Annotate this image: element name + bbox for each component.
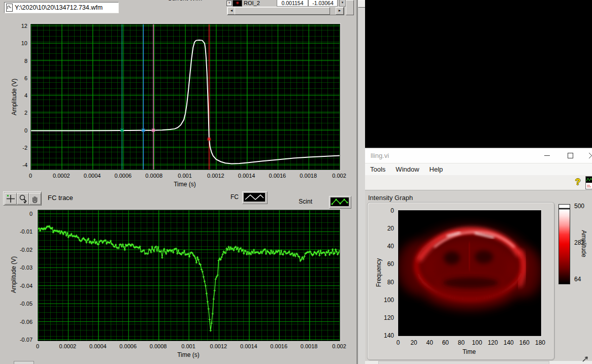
colorbar[interactable] [558, 204, 570, 284]
x-tick-label: 0.0002 [52, 343, 83, 349]
x-tick-label: 0.0002 [46, 173, 77, 179]
x-tick-label: 0.0012 [203, 343, 234, 349]
path-type-icon[interactable] [6, 4, 13, 12]
fc-legend-swatch[interactable] [242, 191, 268, 204]
y-tick-label: -0.05 [9, 301, 32, 307]
x-tick-label: 0 [15, 173, 46, 179]
x-tick-label: 0.0012 [201, 173, 231, 179]
close-button[interactable] [584, 148, 592, 163]
cursor-tool-button[interactable] [5, 193, 17, 205]
scint-legend-swatch[interactable] [329, 196, 351, 209]
y-tick-label: -0.01 [9, 228, 32, 235]
file-path-value[interactable]: Y:\2020\10\20\134712.734.wfm [15, 4, 103, 11]
cursor-y-value[interactable]: -1.03064 [308, 0, 338, 7]
y-tick-label: -0.03 [9, 264, 32, 271]
scroll-right-icon[interactable]: ► [336, 7, 344, 15]
vi-titlebar[interactable]: lling.vi [365, 148, 592, 163]
intensity-y-tick-label: 20 [378, 225, 394, 232]
y-tick-label: 10 [8, 40, 27, 46]
y-tick-label: 0 [8, 127, 27, 134]
colorbar-tick-label: 282 [574, 239, 589, 246]
cursor-expander[interactable]: + [226, 1, 232, 6]
intensity-xlabel: Time [444, 348, 495, 355]
vi-icon[interactable] [585, 176, 592, 189]
y-tick-label: -2 [8, 145, 27, 151]
scrollbar-thumb[interactable] [235, 7, 330, 15]
scint-waveform-plot-area[interactable] [38, 210, 340, 341]
x-tick-label: 0.0008 [143, 343, 174, 349]
scint-legend-label: Scint [292, 198, 312, 205]
y-tick-label: 6 [8, 75, 27, 81]
vertical-scroll-strip[interactable] [358, 0, 365, 364]
pan-tool-button[interactable] [29, 193, 41, 205]
cursor-name[interactable]: ROI_2 [244, 0, 260, 6]
help-icon[interactable]: ? [575, 177, 580, 187]
x-tick-label: 0.0018 [294, 343, 324, 349]
x-tick-label: 0.0004 [83, 343, 113, 349]
x-tick-label: 0.001 [173, 343, 204, 349]
menu-item-window[interactable]: Window [390, 163, 424, 173]
menu-item-help[interactable]: Help [424, 163, 448, 173]
vi-hscrollbar-thumb[interactable] [378, 361, 549, 364]
vi-menubar: ToolsWindowHelp [365, 163, 592, 175]
bottom-graph-ylabel: Amplitude (V) [10, 254, 17, 295]
x-tick-label: 0.0008 [139, 173, 169, 179]
clipped-label: Current Wfm [168, 0, 213, 2]
x-tick-label: 0.0018 [293, 173, 323, 179]
intensity-x-tick-label: 180 [530, 339, 550, 346]
cursor-icon[interactable]: ✳ [233, 0, 242, 7]
mouse-cursor [582, 355, 589, 362]
x-tick-label: 0 [22, 343, 53, 349]
y-tick-label: 8 [8, 58, 27, 64]
black-background-area [365, 0, 592, 148]
x-tick-label: 0.002 [324, 173, 354, 179]
maximize-button[interactable] [560, 148, 580, 163]
intensity-y-tick-label: 40 [378, 243, 394, 250]
top-graph-xlabel: Time (s) [159, 181, 210, 188]
x-tick-label: 0.0016 [262, 173, 292, 179]
x-tick-label: 0.002 [324, 343, 354, 349]
cursor-scroll-down-icon[interactable]: ▼ [339, 0, 346, 7]
legend-corner-box[interactable] [346, 0, 354, 15]
vi-toolbar: ? [365, 175, 592, 190]
y-tick-label: -0.06 [9, 319, 32, 325]
colorbar-tick-label: 500 [574, 203, 589, 210]
colorbar-tick-label: 64 [574, 276, 589, 283]
cursor-x-value[interactable]: 0.001154 [277, 0, 308, 7]
zoom-tool-button[interactable] [17, 193, 29, 205]
scint-legend-line [331, 197, 349, 206]
intensity-y-tick-label: 60 [378, 260, 394, 268]
intensity-y-tick-label: 120 [378, 314, 394, 321]
intensity-graph-label: Intensity Graph [368, 194, 413, 202]
graph-palette [3, 191, 42, 206]
menu-item-tools[interactable]: Tools [365, 163, 390, 173]
y-tick-label: 0 [9, 211, 32, 217]
y-tick-label: -0.02 [9, 247, 32, 253]
x-tick-label: 0.0016 [264, 343, 294, 349]
file-path-control[interactable]: Y:\2020\10\20\134712.734.wfm [4, 2, 119, 13]
cursor-legend-scrollbar[interactable]: ◄ ► [227, 7, 344, 15]
y-tick-label: -0.07 [9, 337, 32, 343]
x-tick-label: 0.0006 [108, 173, 138, 179]
intensity-y-tick-label: 140 [378, 332, 394, 339]
screen: Current Wfm Y:\2020\10\20\134712.734.wfm… [0, 0, 592, 364]
intensity-image [399, 211, 541, 336]
y-tick-label: 4 [8, 92, 27, 98]
y-tick-label: -0.04 [9, 283, 32, 289]
y-tick-label: 2 [8, 110, 27, 116]
minimize-button[interactable] [537, 148, 557, 163]
intensity-plot-area[interactable] [398, 210, 541, 336]
x-tick-label: 0.0014 [232, 173, 262, 179]
intensity-y-tick-label: 100 [378, 296, 394, 304]
intensity-y-tick-label: 0 [378, 207, 394, 214]
x-tick-label: 0.001 [170, 173, 200, 179]
y-tick-label: 12 [8, 23, 27, 29]
y-tick-label: -4 [8, 162, 27, 168]
vi-hscrollbar[interactable] [365, 361, 592, 364]
bottom-graph-xlabel: Time (s) [163, 351, 214, 358]
intensity-y-tick-label: 80 [378, 279, 394, 286]
fc-waveform-plot-area[interactable] [30, 24, 340, 170]
partial-control [14, 361, 34, 364]
intensity-ylabel: Frequency [375, 252, 382, 293]
fc-trace-label: FC trace [48, 194, 73, 202]
